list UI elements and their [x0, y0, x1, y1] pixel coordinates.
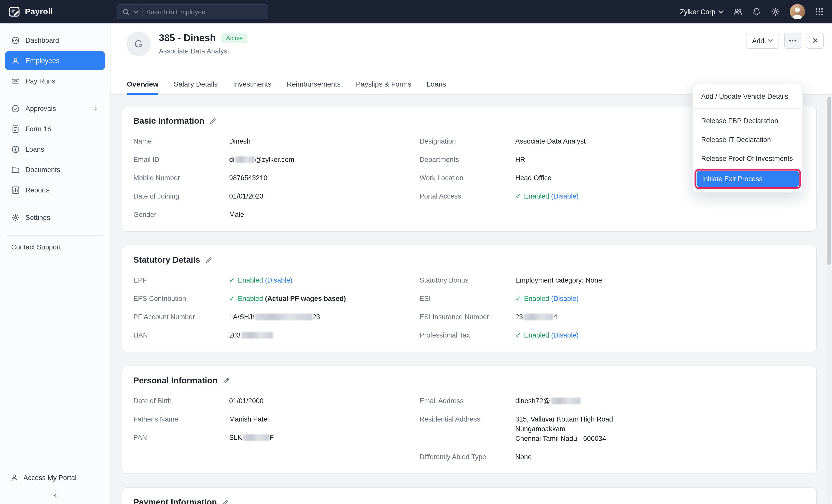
context-menu: Add / Update Vehicle DetailsRelease FBP …: [693, 83, 803, 193]
card-title: Payment Information: [133, 497, 217, 504]
add-chevron-down-icon: [768, 39, 773, 42]
tab-loans[interactable]: Loans: [427, 80, 446, 94]
check-icon: ✓: [515, 331, 521, 339]
vertical-scrollbar[interactable]: [827, 96, 831, 502]
payroll-logo-icon: [8, 6, 20, 18]
sidebar-nav: DashboardEmployeesPay RunsApprovalsForm …: [0, 23, 110, 227]
field-uan: UAN203: [133, 330, 420, 340]
card-title: Basic Information: [133, 116, 204, 126]
employee-designation: Associate Data Analyst: [159, 47, 247, 55]
app-brand: Payroll: [0, 6, 102, 18]
close-icon: ✕: [812, 36, 818, 45]
field-date-of-birth: Date of Birth01/01/2000: [133, 396, 420, 406]
field-gender: GenderMale: [133, 210, 420, 219]
tab-investments[interactable]: Investments: [233, 80, 271, 94]
sidebar-collapse-button[interactable]: [0, 487, 110, 504]
card-title: Personal Information: [133, 376, 217, 386]
disable-link[interactable]: (Disable): [551, 192, 579, 200]
menu-item-add-update-vehicle-details[interactable]: Add / Update Vehicle Details: [693, 87, 803, 106]
edit-icon[interactable]: [205, 256, 212, 263]
app-title: Payroll: [25, 7, 53, 16]
sidebar-item-form-16[interactable]: Form 16: [5, 119, 105, 138]
edit-icon[interactable]: [222, 499, 229, 504]
menu-item-release-proof-of-investments[interactable]: Release Proof Of Investments: [693, 149, 803, 168]
disable-link[interactable]: (Disable): [551, 331, 579, 339]
sidebar-item-settings[interactable]: Settings: [5, 208, 105, 227]
access-my-portal-link[interactable]: Access My Portal: [0, 468, 110, 487]
card-title: Statutory Details: [133, 255, 200, 265]
pay-runs-icon: [11, 77, 20, 85]
menu-item-initiate-exit-process[interactable]: Initiate Exit Process: [697, 171, 799, 187]
redacted-value: [241, 332, 273, 339]
tab-payslips-forms[interactable]: Payslips & Forms: [356, 80, 411, 94]
tab-reimbursements[interactable]: Reimbursements: [287, 80, 341, 94]
topbar-actions: Zylker Corp: [680, 4, 832, 19]
field-statutory-bonus: Statutory BonusEmployment category: None: [420, 275, 805, 285]
contact-support-link[interactable]: Contact Support: [0, 243, 110, 251]
access-my-portal-label: Access My Portal: [23, 474, 77, 481]
redacted-value: [235, 156, 254, 163]
redacted-value: [551, 398, 580, 404]
sidebar-item-documents[interactable]: Documents: [5, 160, 105, 179]
menu-divider: [693, 108, 803, 109]
status-badge: Active: [222, 33, 247, 43]
documents-icon: [11, 165, 20, 174]
sidebar-item-approvals[interactable]: Approvals: [5, 99, 105, 118]
menu-item-release-fbp-declaration[interactable]: Release FBP Declaration: [693, 111, 803, 130]
field-father-s-name: Father's NameManish Patel: [133, 415, 420, 424]
gear-icon[interactable]: [771, 7, 780, 16]
sidebar-item-employees[interactable]: Employees: [5, 51, 105, 70]
employee-header: G 385 - Dinesh Active Associate Data Ana…: [110, 23, 832, 74]
search-icon: [122, 8, 130, 16]
sidebar-item-loans[interactable]: Loans: [5, 139, 105, 159]
sidebar-item-dashboard[interactable]: Dashboard: [5, 30, 105, 50]
tab-salary-details[interactable]: Salary Details: [174, 80, 218, 94]
form16-icon: [11, 125, 20, 133]
field-name: NameDinesh: [133, 136, 420, 146]
menu-item-release-it-declaration[interactable]: Release IT Declaration: [693, 130, 803, 149]
field-pan: PANSLKF: [133, 433, 420, 443]
field-pf-account-number: PF Account NumberLA/SHJ/23: [133, 312, 420, 322]
org-chevron-down-icon: [719, 10, 724, 13]
global-search[interactable]: [116, 4, 268, 19]
chevron-left-icon: [51, 492, 59, 499]
field-differently-abled-type: Differently Abled TypeNone: [420, 452, 805, 462]
redacted-value: [255, 314, 312, 320]
chevron-right-icon: [92, 105, 99, 112]
sidebar-footer: Access My Portal: [0, 468, 110, 504]
more-actions-button[interactable]: ⋯: [784, 33, 802, 49]
annotation-highlight-box: Initiate Exit Process: [695, 169, 801, 189]
field-residential-address: Residential Address315, Valluvar Kottam …: [420, 415, 805, 444]
check-icon: ✓: [229, 276, 235, 284]
search-input[interactable]: [146, 8, 263, 16]
approvals-icon: [11, 104, 20, 113]
dashboard-icon: [11, 36, 20, 45]
org-switcher[interactable]: Zylker Corp: [680, 8, 724, 16]
sidebar-item-reports[interactable]: Reports: [5, 180, 105, 200]
disable-link[interactable]: (Disable): [551, 295, 579, 302]
edit-icon[interactable]: [210, 117, 217, 125]
apps-grid-icon[interactable]: [815, 7, 824, 16]
app-window: Payroll Zylker Corp Das: [0, 0, 832, 504]
field-professional-tax: Professional Tax✓ Enabled (Disable): [420, 330, 805, 340]
search-scope-chevron-down-icon[interactable]: [133, 10, 138, 13]
loans-icon: [11, 145, 20, 154]
field-email-id: Email IDdi@zylker.com: [133, 155, 420, 164]
topbar: Payroll Zylker Corp: [0, 0, 832, 23]
user-avatar[interactable]: [790, 4, 805, 19]
tab-overview[interactable]: Overview: [127, 80, 159, 94]
header-actions: Add ⋯ ✕: [746, 33, 824, 49]
users-icon[interactable]: [733, 7, 743, 16]
field-eps-contribution: EPS Contribution✓ Enabled (Actual PF wag…: [133, 294, 420, 303]
more-icon: ⋯: [789, 36, 797, 45]
card-payment-information: Payment Information: [122, 487, 817, 504]
employee-avatar: G: [126, 32, 151, 56]
add-button[interactable]: Add: [746, 33, 779, 49]
edit-icon[interactable]: [223, 377, 230, 384]
scrollbar-thumb[interactable]: [827, 97, 831, 265]
redacted-value: [523, 314, 553, 320]
sidebar-item-pay-runs[interactable]: Pay Runs: [5, 71, 105, 90]
disable-link[interactable]: (Disable): [265, 276, 292, 284]
close-button[interactable]: ✕: [807, 33, 824, 49]
bell-icon[interactable]: [752, 7, 761, 16]
